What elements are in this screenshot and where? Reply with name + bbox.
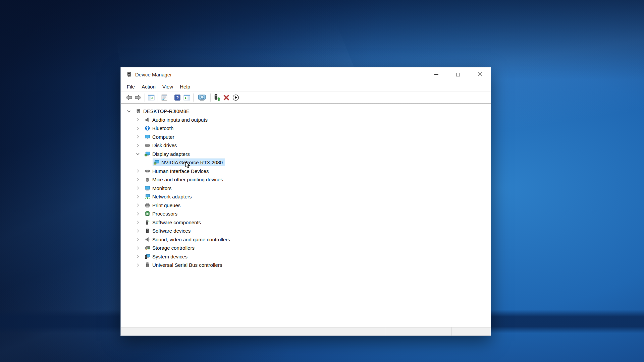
- tree-item-body[interactable]: Print queues: [144, 201, 183, 209]
- tree-item-body[interactable]: Monitors: [144, 184, 174, 192]
- usb-icon: [145, 262, 150, 268]
- tree-item-label: Audio inputs and outputs: [152, 117, 208, 123]
- tree-item-body[interactable]: NVIDIA GeForce RTX 2080: [153, 159, 225, 166]
- tree-item-body[interactable]: Bluetooth: [144, 124, 176, 132]
- chevron-collapsed-icon[interactable]: [136, 135, 140, 139]
- tree-item-human-interface-devices[interactable]: Human Interface Devices: [121, 167, 491, 176]
- chevron-collapsed-icon[interactable]: [136, 246, 140, 250]
- tree-item-body[interactable]: Processors: [144, 210, 180, 218]
- minimize-icon: [434, 74, 438, 74]
- tree-item-software-components[interactable]: Software components: [121, 218, 491, 227]
- close-icon: [478, 72, 482, 77]
- tree-item-print-queues[interactable]: Print queues: [121, 201, 491, 210]
- minimize-button[interactable]: [425, 67, 447, 81]
- update-driver-button[interactable]: [212, 93, 222, 103]
- chevron-collapsed-icon[interactable]: [136, 143, 140, 147]
- tree-item-storage-controllers[interactable]: Storage controllers: [121, 244, 491, 252]
- tree-item-body[interactable]: Software devices: [144, 227, 193, 235]
- tree-item-body[interactable]: Disk drives: [144, 141, 179, 149]
- tree-item-body[interactable]: Display adapters: [144, 150, 192, 158]
- chevron-slot: [136, 118, 144, 122]
- chevron-expanded-icon[interactable]: [127, 109, 131, 113]
- chevron-collapsed-icon[interactable]: [136, 254, 140, 258]
- tree-item-label: System devices: [152, 254, 187, 259]
- chevron-slot: [136, 212, 144, 216]
- maximize-button[interactable]: [447, 67, 469, 81]
- chevron-collapsed-icon[interactable]: [136, 169, 140, 173]
- scan-hardware-changes-button[interactable]: [195, 93, 209, 103]
- chevron-collapsed-icon[interactable]: [136, 195, 140, 199]
- menu-item-action[interactable]: Action: [138, 84, 159, 89]
- tree-item-body[interactable]: Audio inputs and outputs: [144, 116, 210, 124]
- tree-item-universal-serial-bus-controllers[interactable]: Universal Serial Bus controllers: [121, 261, 491, 269]
- tree-item-body[interactable]: Universal Serial Bus controllers: [144, 261, 224, 269]
- tree-item-network-adapters[interactable]: Network adapters: [121, 192, 491, 201]
- chevron-collapsed-icon[interactable]: [136, 118, 140, 122]
- tree-item-body[interactable]: DESKTOP-RJI0M8E: [135, 107, 192, 115]
- chevron-expanded-icon[interactable]: [136, 152, 140, 156]
- tree-item-body[interactable]: System devices: [144, 253, 190, 260]
- close-button[interactable]: [469, 67, 491, 81]
- tree-item-desktop-rji0m8e[interactable]: DESKTOP-RJI0M8E: [121, 107, 491, 116]
- hdd-icon: [145, 142, 150, 148]
- chevron-slot: [136, 229, 144, 233]
- tree-item-body[interactable]: Network adapters: [144, 193, 194, 200]
- tree-item-body[interactable]: Mice and other pointing devices: [144, 176, 225, 183]
- tree-item-disk-drives[interactable]: Disk drives: [121, 141, 491, 150]
- show-action-pane-button[interactable]: [182, 93, 192, 103]
- tree-item-bluetooth[interactable]: Bluetooth: [121, 124, 491, 133]
- tree-item-label: Display adapters: [152, 151, 190, 157]
- tree-item-body[interactable]: Sound, video and game controllers: [144, 236, 232, 243]
- chevron-collapsed-icon[interactable]: [136, 220, 140, 224]
- tree-item-nvidia-geforce-rtx-2080[interactable]: NVIDIA GeForce RTX 2080: [121, 158, 491, 167]
- chevron-slot: [136, 254, 144, 258]
- menu-item-view[interactable]: View: [159, 84, 176, 89]
- tree-item-body[interactable]: Computer: [144, 133, 177, 141]
- back-arrow-icon: [125, 94, 132, 101]
- show-console-tree-button[interactable]: [147, 93, 156, 103]
- tree-item-sound-video-and-game-controllers[interactable]: Sound, video and game controllers: [121, 235, 491, 244]
- tree-item-body[interactable]: Human Interface Devices: [144, 167, 211, 175]
- menu-item-file[interactable]: File: [123, 84, 138, 89]
- chevron-collapsed-icon[interactable]: [136, 186, 140, 190]
- device-manager-window: Device Manager FileActionViewHelp DESKTO…: [120, 67, 491, 336]
- chevron-collapsed-icon[interactable]: [136, 263, 140, 267]
- tree-item-processors[interactable]: Processors: [121, 209, 491, 218]
- disable-device-button[interactable]: [231, 93, 240, 103]
- tree-item-label: Monitors: [152, 185, 172, 191]
- menubar: FileActionViewHelp: [121, 81, 491, 92]
- tree-item-software-devices[interactable]: Software devices: [121, 227, 491, 235]
- toolbar-separator: [210, 94, 211, 102]
- hid-icon: [145, 168, 150, 174]
- menu-item-help[interactable]: Help: [176, 84, 194, 89]
- chevron-collapsed-icon[interactable]: [136, 229, 140, 233]
- chevron-collapsed-icon[interactable]: [136, 126, 140, 130]
- uninstall-device-button[interactable]: [222, 93, 231, 103]
- chevron-collapsed-icon[interactable]: [136, 237, 140, 241]
- chevron-collapsed-icon[interactable]: [136, 212, 140, 216]
- tree-item-audio-inputs-and-outputs[interactable]: Audio inputs and outputs: [121, 116, 491, 124]
- tree-item-mice-and-other-pointing-devices[interactable]: Mice and other pointing devices: [121, 175, 491, 184]
- chevron-collapsed-icon[interactable]: [136, 178, 140, 182]
- tree-item-body[interactable]: Software components: [144, 219, 203, 226]
- chevron-slot: [136, 169, 144, 173]
- forward-arrow-icon: [135, 94, 142, 101]
- device-manager-icon: [136, 108, 141, 114]
- chevron-slot: [136, 220, 144, 224]
- tree-item-monitors[interactable]: Monitors: [121, 184, 491, 193]
- display-adapter-icon: [145, 151, 150, 157]
- back-button[interactable]: [124, 93, 133, 103]
- properties-button[interactable]: [160, 93, 169, 103]
- tree-item-body[interactable]: Storage controllers: [144, 244, 197, 252]
- tree-item-computer[interactable]: Computer: [121, 133, 491, 141]
- tree-item-label: Software components: [152, 220, 201, 225]
- chevron-collapsed-icon[interactable]: [136, 203, 140, 207]
- tree-item-system-devices[interactable]: System devices: [121, 252, 491, 261]
- tree-item-display-adapters[interactable]: Display adapters: [121, 150, 491, 159]
- titlebar[interactable]: Device Manager: [121, 67, 491, 81]
- scan-hardware-icon: [197, 94, 207, 102]
- forward-button[interactable]: [133, 93, 143, 103]
- caption-buttons: [425, 67, 491, 81]
- statusbar: [121, 327, 491, 336]
- help-button[interactable]: [173, 93, 182, 103]
